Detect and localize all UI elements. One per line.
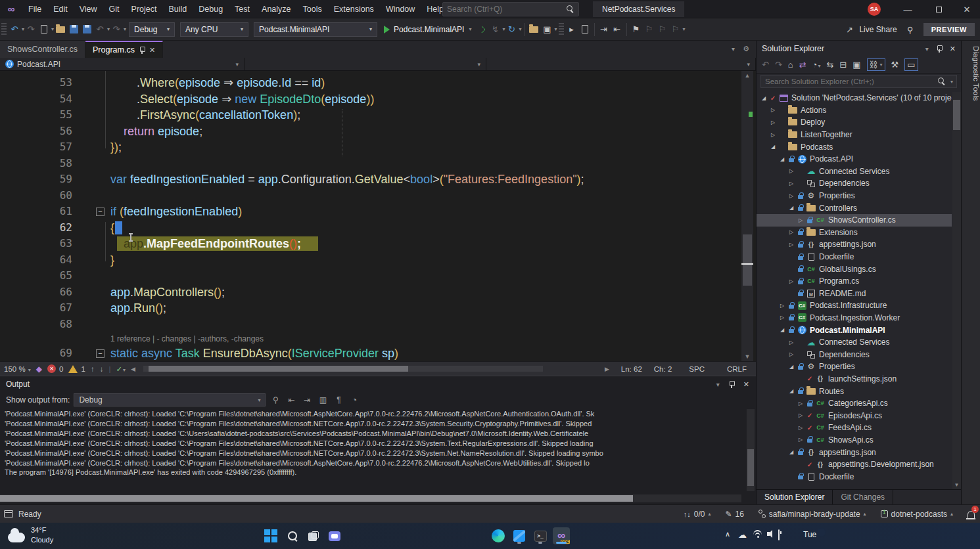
battery-icon[interactable] — [778, 530, 780, 540]
find-in-files-icon[interactable] — [527, 22, 540, 37]
tree-item[interactable]: ▷C#Program.cs — [757, 275, 952, 288]
codelens-text[interactable]: 1 reference | - changes | -authors, -cha… — [110, 332, 264, 345]
solution-search-input[interactable] — [761, 77, 938, 85]
project-breadcrumb-dropdown[interactable]: Podcast.API ▾ — [0, 58, 245, 70]
tree-item[interactable]: ▷⚙Properties — [757, 190, 952, 202]
diagnostic-tools-tab[interactable]: Diagnostic Tools — [962, 46, 980, 101]
code-editor[interactable]: 53 .Where(episode ⇒ episode.Id == id)54 … — [0, 71, 756, 361]
clear-output-icon[interactable]: ▥ — [317, 395, 329, 405]
bookmark-dropdown[interactable]: ▾ — [683, 26, 686, 32]
save-all-icon[interactable] — [80, 22, 93, 37]
bottom-tab-git-changes[interactable]: Git Changes — [833, 490, 893, 504]
timestamp-icon[interactable]: ◔ — [348, 395, 360, 405]
menu-build[interactable]: Build — [162, 0, 193, 18]
close-button[interactable]: ✕ — [954, 0, 980, 18]
tree-expander-icon[interactable]: ▷ — [768, 132, 778, 138]
tree-expander-icon[interactable]: ▷ — [787, 181, 796, 187]
tree-item[interactable]: C#GlobalUsings.cs — [757, 263, 952, 275]
visual-studio-button[interactable]: ∞PRE — [553, 527, 570, 544]
quick-search-box[interactable] — [442, 2, 579, 16]
collapse-all-icon[interactable]: ⊟ — [839, 60, 847, 70]
next-issue-icon[interactable]: ↓ — [100, 365, 104, 373]
tree-item[interactable]: Dockerfile — [757, 470, 952, 483]
preview-selected-items-icon[interactable]: ▣ — [852, 60, 860, 70]
fold-toggle-icon[interactable]: − — [96, 349, 105, 358]
tree-item[interactable]: ◢Podcasts — [757, 141, 952, 153]
startup-project-dropdown[interactable]: Podcast.MinimalAPI▾ — [254, 22, 377, 37]
previous-issue-icon[interactable]: ↑ — [91, 365, 95, 373]
toggle-bookmark-icon[interactable]: ⚑ — [630, 22, 643, 37]
menu-extensions[interactable]: Extensions — [328, 0, 380, 18]
step-into-icon[interactable]: ⇥ — [597, 22, 611, 37]
tree-item[interactable]: ▷✓C#FeedsApi.cs — [757, 422, 952, 434]
hot-reload-icon[interactable]: ↯ — [488, 22, 502, 37]
output-horizontal-scrollbar[interactable] — [0, 494, 741, 502]
code-line[interactable]: 57}); — [0, 139, 756, 156]
tree-expander-icon[interactable]: ▷ — [796, 412, 805, 418]
tree-item[interactable]: ✓{}appsettings.Development.json — [757, 458, 952, 471]
taskbar-search-button[interactable] — [284, 527, 301, 544]
tree-expander-icon[interactable]: ◢ — [778, 327, 787, 333]
copy-document-icon[interactable] — [578, 22, 592, 37]
document-health-icon[interactable]: ✓▾ — [116, 364, 126, 374]
menu-view[interactable]: View — [74, 0, 103, 18]
tree-item[interactable]: ▷Deploy — [757, 116, 952, 129]
menu-debug[interactable]: Debug — [193, 0, 229, 18]
error-count[interactable]: ✕0 — [47, 364, 63, 373]
start-without-debugging-icon[interactable] — [475, 22, 488, 37]
tree-item[interactable]: MREADME.md — [757, 288, 952, 300]
tree-expander-icon[interactable]: ◢ — [787, 364, 796, 370]
menu-test[interactable]: Test — [229, 0, 256, 18]
code-line[interactable]: 54 .Select(episode ⇒ new EpisodeDto(epis… — [0, 91, 756, 108]
fold-toggle-icon[interactable]: − — [96, 208, 105, 216]
start-button[interactable] — [262, 527, 279, 544]
tree-item[interactable]: ▷Actions — [757, 104, 952, 117]
tree-expander-icon[interactable]: ◢ — [787, 388, 796, 394]
tree-expander-icon[interactable]: ◢ — [787, 205, 796, 211]
tree-item[interactable]: ◢Controllers — [757, 202, 952, 214]
column-indicator[interactable]: Ch: 2 — [654, 365, 672, 373]
output-vertical-scrollbar[interactable] — [747, 409, 755, 491]
tree-item[interactable]: ▷C#Podcast.Infrastructure — [757, 299, 952, 312]
tree-expander-icon[interactable]: ▷ — [787, 351, 796, 357]
tree-expander-icon[interactable]: ▷ — [787, 229, 796, 235]
float-window-icon[interactable]: ⚙ — [743, 45, 749, 53]
task-view-button[interactable] — [305, 527, 322, 544]
tree-scrollbar[interactable]: ▼ — [952, 92, 961, 489]
clock-day[interactable]: Tue — [803, 530, 816, 539]
pending-edits-button[interactable]: ✎16 — [725, 510, 743, 519]
tree-expander-icon[interactable]: ▷ — [778, 303, 787, 309]
tree-item[interactable]: ▷☁Connected Services — [757, 165, 952, 178]
tree-expander-icon[interactable]: ▷ — [787, 242, 796, 248]
tab-showscontroller-cs[interactable]: ShowsController.cs — [0, 41, 85, 58]
tree-item[interactable]: Dockerfile — [757, 251, 952, 263]
tree-item[interactable]: ◢Podcast.MinimalAPI — [757, 324, 952, 336]
tree-item[interactable]: ▷C#CategoriesApi.cs — [757, 397, 952, 410]
undo-icon[interactable]: ↶ — [93, 22, 106, 37]
navigate-forward-icon[interactable]: ↷ — [24, 22, 37, 37]
output-log[interactable]: 'Podcast.MinimalAPI.exe' (CoreCLR: clrho… — [0, 409, 743, 491]
step-over-icon[interactable]: ⇤ — [611, 22, 624, 37]
vscode-button[interactable] — [511, 527, 528, 544]
close-panel-icon[interactable]: ✕ — [950, 45, 956, 53]
tree-expander-icon[interactable]: ▷ — [768, 120, 778, 125]
close-tab-icon[interactable]: ✕ — [149, 46, 155, 55]
navigate-back-icon[interactable]: ↶ — [8, 22, 21, 37]
code-line[interactable]: 59var feedIngestionEnabled = app.Configu… — [0, 171, 756, 188]
redo-icon[interactable]: ↷ — [110, 22, 123, 37]
menu-analyze[interactable]: Analyze — [256, 0, 296, 18]
toolbar-grip[interactable] — [1, 23, 7, 36]
account-avatar[interactable]: SA — [868, 3, 881, 16]
tree-item[interactable]: ▷C#Podcast.Ingestion.Worker — [757, 312, 952, 324]
sync-selection-toggle[interactable]: ⛓▾ — [867, 58, 885, 71]
tree-item[interactable]: ◢✓Solution 'NetPodcast.Services' (10 of … — [757, 92, 952, 104]
tree-expander-icon[interactable]: ◢ — [787, 449, 796, 455]
menu-tools[interactable]: Tools — [297, 0, 328, 18]
search-input[interactable] — [443, 5, 567, 14]
space-mode-indicator[interactable]: SPC — [684, 364, 710, 374]
code-line[interactable]: 55 .FirstAsync(cancellationToken); — [0, 107, 756, 123]
scrollbar-thumb[interactable] — [743, 234, 752, 286]
code-line[interactable]: 67app.Run(); — [0, 300, 756, 317]
scrollbar-thumb[interactable] — [149, 366, 408, 372]
find-message-icon[interactable]: ⚲ — [269, 395, 281, 405]
